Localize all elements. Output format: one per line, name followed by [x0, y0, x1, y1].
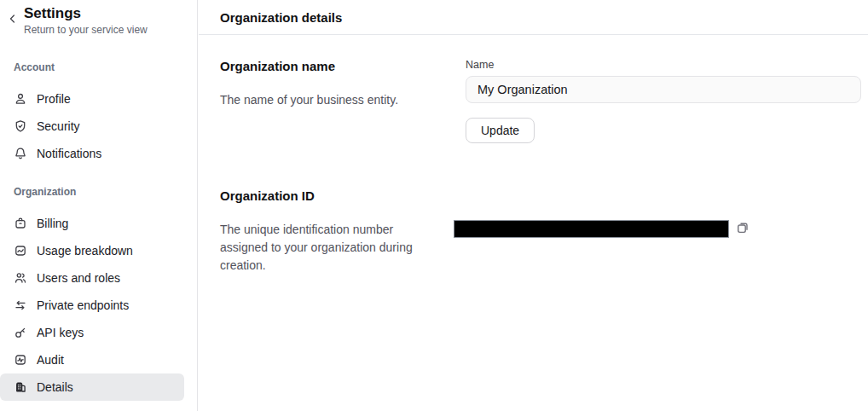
section-label-organization: Organization: [14, 186, 197, 198]
swap-arrows-icon: [14, 298, 27, 312]
org-id-description: The unique identification number assigne…: [220, 221, 435, 275]
sidebar-item-label: API keys: [37, 326, 84, 339]
settings-sidebar: Settings Return to your service view Acc…: [0, 0, 198, 411]
org-name-form: Name Update: [466, 59, 861, 143]
sidebar-item-users-and-roles[interactable]: Users and roles: [0, 264, 184, 292]
sidebar-item-profile[interactable]: Profile: [0, 85, 184, 113]
sidebar-item-label: Users and roles: [37, 271, 120, 285]
sidebar-item-audit[interactable]: Audit: [0, 346, 184, 373]
sidebar-item-label: Details: [37, 380, 73, 394]
sidebar-header: Settings Return to your service view: [0, 0, 197, 37]
sidebar-item-label: Security: [37, 119, 80, 133]
page-title: Settings: [24, 4, 148, 23]
main-header: Organization details: [199, 0, 868, 35]
org-id-section: Organization ID The unique identificatio…: [220, 188, 444, 275]
pulse-icon: [14, 353, 27, 367]
organization-name-input[interactable]: [466, 76, 861, 103]
sidebar-item-label: Notifications: [37, 147, 101, 160]
org-id-heading: Organization ID: [220, 188, 444, 203]
back-button[interactable]: [3, 10, 22, 29]
users-icon: [14, 271, 27, 285]
org-name-description: The name of your business entity.: [220, 91, 435, 109]
org-name-heading: Organization name: [220, 59, 444, 73]
chart-wave-icon: [14, 244, 27, 258]
update-button[interactable]: Update: [466, 118, 535, 143]
wallet-icon: [14, 217, 27, 230]
building-icon: [14, 380, 27, 394]
sidebar-item-api-keys[interactable]: API keys: [0, 319, 184, 346]
sidebar-item-label: Usage breakdown: [37, 244, 133, 258]
section-label-account: Account: [14, 61, 197, 73]
sidebar-item-security[interactable]: Security: [0, 113, 184, 140]
key-icon: [14, 326, 27, 339]
sidebar-item-private-endpoints[interactable]: Private endpoints: [0, 292, 184, 319]
page-subtitle: Return to your service view: [24, 24, 148, 37]
org-id-value-area: [466, 188, 861, 275]
main-header-title: Organization details: [220, 10, 342, 25]
organization-id-redacted-value: [454, 220, 729, 238]
chevron-left-icon: [7, 13, 19, 27]
copy-button[interactable]: [735, 222, 750, 237]
org-name-section: Organization name The name of your busin…: [220, 59, 444, 143]
sidebar-item-label: Audit: [37, 353, 64, 367]
sidebar-item-usage-breakdown[interactable]: Usage breakdown: [0, 237, 184, 264]
sidebar-item-label: Profile: [37, 92, 71, 106]
sidebar-item-notifications[interactable]: Notifications: [0, 140, 184, 167]
bell-icon: [14, 147, 27, 160]
sidebar-item-label: Private endpoints: [37, 298, 129, 312]
sidebar-item-label: Billing: [37, 217, 68, 230]
shield-check-icon: [14, 119, 27, 133]
main-panel: Organization details Organization name T…: [199, 0, 868, 411]
user-icon: [14, 92, 27, 106]
sidebar-item-details[interactable]: Details: [0, 373, 184, 401]
copy-icon: [735, 220, 750, 238]
name-field-label: Name: [466, 59, 861, 71]
sidebar-item-billing[interactable]: Billing: [0, 210, 184, 237]
